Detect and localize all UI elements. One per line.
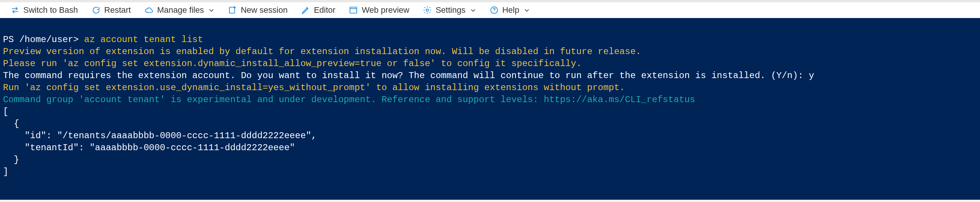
restart-icon [92, 6, 101, 14]
terminal-output-line: ] [3, 166, 977, 178]
terminal-output-line: "id": "/tenants/aaaabbbb-0000-cccc-1111-… [3, 130, 977, 142]
terminal-prompt-line: PS /home/user> az account tenant list [3, 34, 977, 46]
gear-icon [423, 6, 432, 14]
settings-button[interactable]: Settings [418, 4, 481, 16]
terminal-output-line: Run 'az config set extension.use_dynamic… [3, 82, 977, 94]
restart-button[interactable]: Restart [86, 4, 136, 16]
manage-files-label: Manage files [157, 5, 204, 15]
switch-shell-label: Switch to Bash [23, 5, 78, 15]
web-preview-label: Web preview [361, 5, 409, 15]
terminal-output-line: "tenantId": "aaaabbbb-0000-cccc-1111-ddd… [3, 142, 977, 154]
svg-point-2 [426, 9, 428, 11]
new-session-icon [228, 6, 237, 14]
terminal-output-line: Preview version of extension is enabled … [3, 46, 977, 58]
web-preview-button[interactable]: Web preview [344, 4, 415, 16]
web-preview-icon [349, 6, 358, 14]
manage-files-button[interactable]: Manage files [139, 4, 220, 16]
restart-label: Restart [104, 5, 131, 15]
chevron-down-icon [208, 7, 215, 13]
switch-shell-button[interactable]: Switch to Bash [5, 4, 83, 16]
terminal-output-line: [ [3, 106, 977, 118]
terminal-output-line: The command requires the extension accou… [3, 70, 977, 82]
svg-point-4 [494, 12, 495, 13]
editor-icon [301, 6, 310, 14]
new-session-label: New session [241, 5, 288, 15]
chevron-down-icon [524, 7, 530, 13]
terminal-pane[interactable]: PS /home/user> az account tenant listPre… [0, 18, 980, 200]
settings-label: Settings [436, 5, 466, 15]
new-session-button[interactable]: New session [223, 4, 293, 16]
editor-button[interactable]: Editor [296, 4, 340, 16]
help-label: Help [503, 5, 519, 15]
prompt-command: az account tenant list [84, 35, 203, 45]
terminal-output-line: Please run 'az config set extension.dyna… [3, 58, 977, 70]
swap-icon [11, 6, 19, 14]
cloud-files-icon [144, 6, 153, 14]
help-icon [490, 6, 499, 14]
terminal-output-line: Command group 'account tenant' is experi… [3, 94, 977, 106]
chevron-down-icon [470, 7, 476, 13]
svg-rect-0 [229, 7, 235, 13]
terminal-output-line: { [3, 118, 977, 130]
terminal-output-line: } [3, 154, 977, 166]
prompt-path: PS /home/user> [3, 35, 84, 45]
cloud-shell-toolbar: Switch to Bash Restart Manage files New … [0, 0, 980, 18]
help-button[interactable]: Help [484, 4, 535, 16]
editor-label: Editor [314, 5, 335, 15]
svg-rect-1 [350, 7, 357, 13]
